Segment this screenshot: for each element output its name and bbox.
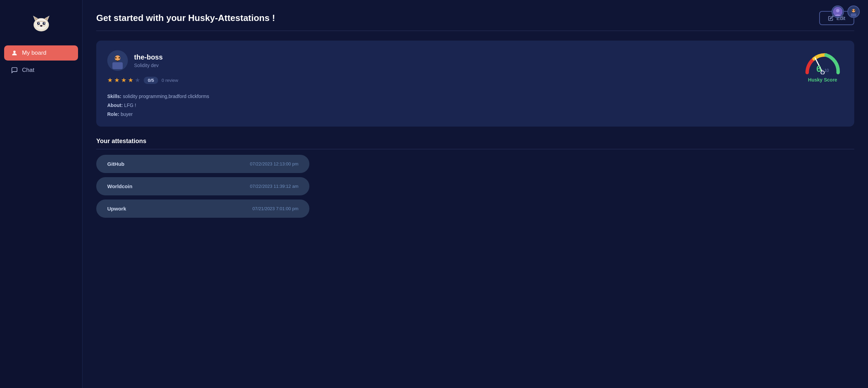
sidebar: My board Chat xyxy=(0,0,83,388)
top-right-avatars xyxy=(832,6,860,18)
chat-icon xyxy=(11,67,18,74)
about-row: About: LFG ! xyxy=(107,103,788,108)
star-1: ★ xyxy=(107,76,113,84)
attestation-name-github: GitHub xyxy=(107,161,124,167)
score-label: Husky Score xyxy=(808,77,837,83)
profile-details: Skills: solidity programming,bradford cl… xyxy=(107,89,788,117)
top-avatar-2[interactable] xyxy=(847,6,860,18)
avatar-image xyxy=(109,52,126,69)
star-5: ★ xyxy=(135,76,140,84)
score-section: 6 / 10 Husky Score xyxy=(788,50,843,83)
app-logo xyxy=(30,12,52,34)
profile-left: the-boss Solidity dev ★ ★ ★ ★ ★ 0/5 0 re… xyxy=(107,50,788,117)
svg-point-1 xyxy=(35,19,47,30)
star-4: ★ xyxy=(128,76,133,84)
attestation-item-github[interactable]: GitHub 07/22/2023 12:13:00 pm xyxy=(96,155,309,173)
profile-card: the-boss Solidity dev ★ ★ ★ ★ ★ 0/5 0 re… xyxy=(96,41,854,127)
sidebar-nav: My board Chat xyxy=(0,45,82,78)
attestation-name-worldcoin: Worldcoin xyxy=(107,183,132,189)
svg-rect-25 xyxy=(851,13,856,17)
rating-badge: 0/5 xyxy=(144,77,158,84)
my-board-label: My board xyxy=(22,50,46,56)
skills-row: Skills: solidity programming,bradford cl… xyxy=(107,94,788,99)
person-icon xyxy=(11,50,18,56)
attestation-list: GitHub 07/22/2023 12:13:00 pm Worldcoin … xyxy=(96,155,854,218)
top-avatar-1[interactable] xyxy=(832,6,844,18)
star-2: ★ xyxy=(114,76,120,84)
star-3: ★ xyxy=(121,76,127,84)
chat-label: Chat xyxy=(22,67,34,74)
logo-container xyxy=(0,8,82,45)
score-denom: / 10 xyxy=(822,68,829,73)
svg-point-10 xyxy=(38,23,39,24)
stars-container: ★ ★ ★ ★ ★ xyxy=(107,76,140,84)
profile-name: the-boss xyxy=(134,53,163,61)
svg-point-22 xyxy=(836,9,839,12)
svg-rect-16 xyxy=(112,62,123,69)
attestation-name-upwork: Upwork xyxy=(107,206,126,212)
main-content: Get started with your Husky-Attestations… xyxy=(83,0,868,388)
about-label: About: xyxy=(107,103,123,108)
attestation-item-worldcoin[interactable]: Worldcoin 07/22/2023 11:39:12 am xyxy=(96,177,309,195)
score-display: 6 / 10 xyxy=(816,64,829,74)
page-header: Get started with your Husky-Attestations… xyxy=(96,11,854,31)
attestation-date-worldcoin: 07/22/2023 11:39:12 am xyxy=(250,184,298,189)
svg-point-13 xyxy=(13,51,16,53)
profile-header: the-boss Solidity dev xyxy=(107,50,788,71)
profile-info: the-boss Solidity dev xyxy=(134,53,163,68)
gauge-container: 6 / 10 xyxy=(802,50,843,74)
score-number: 6 xyxy=(816,64,821,74)
sidebar-item-my-board[interactable]: My board xyxy=(4,45,78,61)
attestations-title: Your attestations xyxy=(96,138,854,149)
role-row: Role: buyer xyxy=(107,111,788,117)
attestation-date-github: 07/22/2023 12:13:00 pm xyxy=(250,161,298,166)
role-label: Role: xyxy=(107,111,119,117)
skills-value: solidity programming,bradford clickforms xyxy=(123,94,209,99)
review-count: 0 review xyxy=(162,78,178,83)
page-title: Get started with your Husky-Attestations… xyxy=(96,13,275,23)
about-value: LFG ! xyxy=(124,103,136,108)
top-avatar-1-img xyxy=(833,7,843,17)
attestation-item-upwork[interactable]: Upwork 07/21/2023 7:01:00 pm xyxy=(96,200,309,218)
svg-point-26 xyxy=(852,10,853,11)
attestations-section: Your attestations GitHub 07/22/2023 12:1… xyxy=(96,138,854,218)
sidebar-item-chat[interactable]: Chat xyxy=(4,63,78,78)
svg-point-12 xyxy=(40,25,42,27)
skills-label: Skills: xyxy=(107,94,121,99)
svg-point-27 xyxy=(854,10,855,11)
role-value: buyer xyxy=(121,111,133,117)
svg-point-17 xyxy=(115,57,117,58)
avatar xyxy=(107,50,128,71)
svg-point-11 xyxy=(44,23,45,24)
svg-point-18 xyxy=(119,57,120,58)
profile-subtitle: Solidity dev xyxy=(134,63,163,68)
profile-rating: ★ ★ ★ ★ ★ 0/5 0 review xyxy=(107,76,788,84)
attestation-date-upwork: 07/21/2023 7:01:00 pm xyxy=(252,206,298,211)
top-avatar-2-img xyxy=(849,7,858,17)
